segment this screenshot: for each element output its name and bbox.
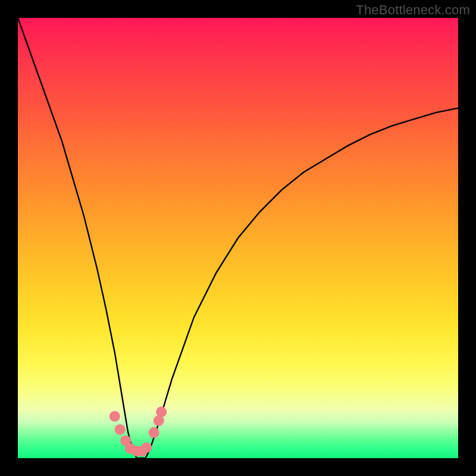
fit-marker <box>149 427 159 438</box>
fit-marker <box>109 411 120 422</box>
fit-marker <box>156 406 167 417</box>
bottleneck-curve-line <box>18 18 458 458</box>
fit-marker <box>115 424 126 435</box>
chart-stage: TheBottleneck.com <box>0 0 476 476</box>
brand-watermark: TheBottleneck.com <box>356 2 470 18</box>
bottleneck-chart <box>18 18 458 458</box>
fit-zone-markers <box>109 406 167 456</box>
plot-area <box>18 18 458 458</box>
fit-marker <box>141 442 152 453</box>
